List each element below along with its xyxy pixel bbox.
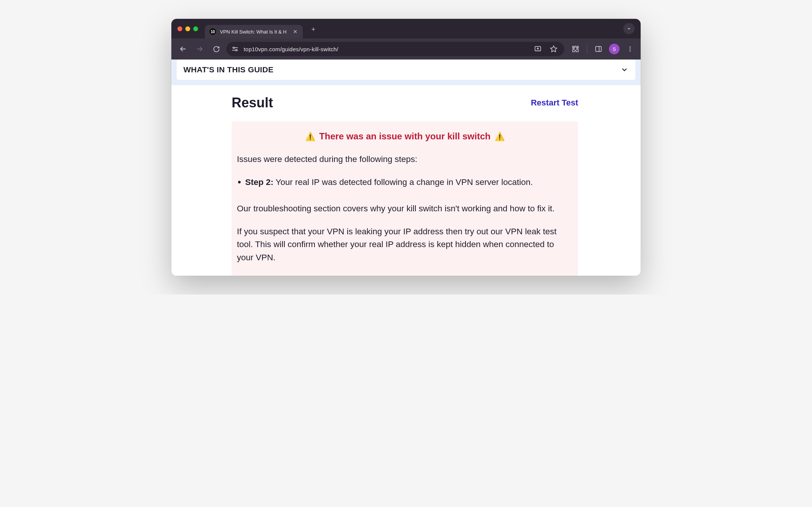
issues-intro: Issues were detected during the followin… bbox=[237, 153, 573, 166]
svg-point-14 bbox=[630, 49, 631, 50]
close-window-button[interactable] bbox=[177, 26, 182, 31]
warning-heading-text: There was an issue with your kill switch bbox=[319, 131, 491, 141]
window-controls bbox=[177, 26, 198, 31]
panel-icon bbox=[595, 45, 602, 53]
new-tab-button[interactable]: + bbox=[308, 26, 319, 34]
address-bar[interactable]: top10vpn.com/guides/vpn-kill-switch/ bbox=[226, 42, 564, 56]
install-app-button[interactable] bbox=[533, 44, 543, 54]
chevron-down-icon bbox=[627, 26, 631, 31]
titlebar: 10 VPN Kill Switch: What Is It & H ✕ + bbox=[171, 19, 641, 38]
bookmark-button[interactable] bbox=[548, 44, 559, 54]
tab-search-button[interactable] bbox=[623, 23, 635, 34]
reload-button[interactable] bbox=[210, 43, 223, 55]
svg-rect-11 bbox=[596, 46, 601, 51]
reload-icon bbox=[213, 46, 220, 53]
side-panel-button[interactable] bbox=[593, 44, 604, 54]
result-header: Result Restart Test bbox=[232, 95, 578, 111]
arrow-left-icon bbox=[179, 45, 187, 53]
page-content: WHAT'S IN THIS GUIDE Result Restart Test… bbox=[171, 60, 641, 276]
issue-step-text: Your real IP was detected following a ch… bbox=[273, 177, 533, 187]
puzzle-icon bbox=[572, 45, 579, 53]
svg-point-15 bbox=[630, 50, 631, 52]
browser-window: 10 VPN Kill Switch: What Is It & H ✕ + bbox=[171, 19, 641, 276]
tab-favicon: 10 bbox=[209, 28, 216, 35]
result-title: Result bbox=[232, 95, 273, 111]
result-alert-box: ⚠️ There was an issue with your kill swi… bbox=[232, 121, 578, 276]
tune-icon bbox=[232, 46, 239, 52]
extensions-button[interactable] bbox=[570, 44, 581, 54]
issue-item: Step 2: Your real IP was detected follow… bbox=[245, 176, 573, 189]
warning-heading: ⚠️ There was an issue with your kill swi… bbox=[237, 131, 573, 142]
warning-icon: ⚠️ bbox=[305, 132, 315, 141]
browser-menu-button[interactable] bbox=[625, 44, 635, 54]
troubleshoot-text: Our troubleshooting section covers why y… bbox=[237, 202, 573, 215]
toolbar-divider bbox=[587, 44, 587, 53]
restart-test-link[interactable]: Restart Test bbox=[531, 98, 578, 108]
forward-button[interactable] bbox=[193, 43, 206, 55]
url-text: top10vpn.com/guides/vpn-kill-switch/ bbox=[244, 46, 528, 52]
install-icon bbox=[534, 45, 542, 53]
arrow-right-icon bbox=[196, 45, 203, 53]
star-icon bbox=[550, 45, 557, 53]
guide-bar-container: WHAT'S IN THIS GUIDE bbox=[171, 60, 641, 85]
issue-step-label: Step 2: bbox=[245, 177, 273, 187]
browser-toolbar: top10vpn.com/guides/vpn-kill-switch/ S bbox=[171, 38, 641, 60]
guide-toc-toggle[interactable]: WHAT'S IN THIS GUIDE bbox=[177, 60, 635, 80]
warning-icon: ⚠️ bbox=[495, 132, 505, 141]
back-button[interactable] bbox=[177, 43, 189, 55]
chevron-down-icon bbox=[620, 66, 629, 74]
svg-marker-10 bbox=[551, 46, 557, 52]
svg-point-2 bbox=[233, 47, 235, 49]
minimize-window-button[interactable] bbox=[185, 26, 190, 31]
maximize-window-button[interactable] bbox=[193, 26, 198, 31]
close-tab-button[interactable]: ✕ bbox=[292, 29, 298, 35]
svg-point-5 bbox=[236, 49, 237, 51]
kebab-icon bbox=[627, 46, 633, 52]
site-settings-button[interactable] bbox=[232, 46, 239, 52]
leak-test-text: If you suspect that your VPN is leaking … bbox=[237, 225, 573, 265]
svg-point-13 bbox=[630, 46, 631, 47]
profile-avatar[interactable]: S bbox=[609, 44, 620, 54]
guide-toc-label: WHAT'S IN THIS GUIDE bbox=[183, 65, 273, 74]
issue-list: Step 2: Your real IP was detected follow… bbox=[237, 176, 573, 189]
browser-tab[interactable]: 10 VPN Kill Switch: What Is It & H ✕ bbox=[205, 25, 303, 38]
tab-title: VPN Kill Switch: What Is It & H bbox=[220, 29, 288, 35]
